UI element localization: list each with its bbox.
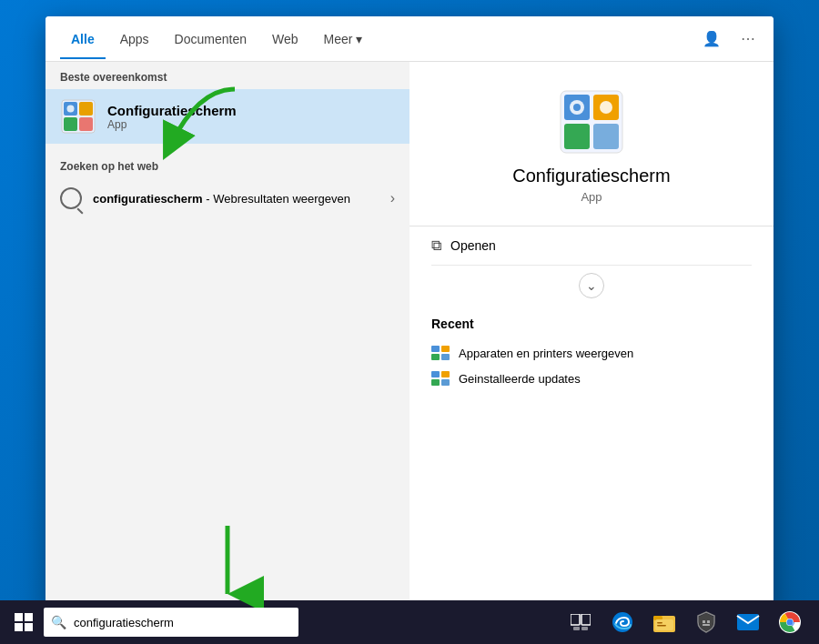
svg-rect-25 xyxy=(25,613,33,621)
best-match-type: App xyxy=(107,118,237,131)
web-search-item[interactable]: configuratiescherm - Webresultaten weerg… xyxy=(46,178,410,218)
best-match-item[interactable]: Configuratiescherm App xyxy=(46,89,410,144)
taskbar-search-input[interactable] xyxy=(74,616,291,629)
security-button[interactable] xyxy=(688,604,724,640)
svg-rect-21 xyxy=(441,379,450,386)
svg-rect-20 xyxy=(431,379,440,386)
recent-item-icon-1 xyxy=(431,371,450,386)
recent-item-icon-0 xyxy=(431,346,450,360)
right-app-name: Configuratiescherm xyxy=(431,166,752,186)
taskbar: 🔍 xyxy=(0,600,819,644)
best-match-header: Beste overeenkomst xyxy=(46,62,410,89)
svg-point-45 xyxy=(787,619,794,626)
best-match-name: Configuratiescherm xyxy=(107,103,237,118)
search-icon xyxy=(60,187,82,209)
open-icon: ⧉ xyxy=(431,237,441,254)
start-button[interactable] xyxy=(4,602,44,642)
tab-apps[interactable]: Apps xyxy=(109,19,160,59)
main-content: Beste overeenkomst Configuratiescherm xyxy=(46,62,774,617)
svg-rect-19 xyxy=(441,371,450,377)
svg-rect-37 xyxy=(657,625,666,627)
recent-item-1[interactable]: Geinstalleerde updates xyxy=(431,366,752,391)
file-explorer-icon xyxy=(653,612,675,632)
svg-rect-40 xyxy=(703,624,710,626)
taskbar-icons xyxy=(555,604,815,640)
right-app-type: App xyxy=(431,190,752,204)
desktop: Alle Apps Documenten Web Meer ▾ 👤 ⋯ Best… xyxy=(0,0,819,644)
svg-rect-13 xyxy=(593,124,619,149)
file-explorer-button[interactable] xyxy=(646,604,682,640)
web-suffix: - Webresultaten weergeven xyxy=(203,192,350,206)
svg-rect-24 xyxy=(15,613,23,621)
web-query: configuratiescherm xyxy=(93,192,203,206)
right-app-icon-container xyxy=(431,89,752,155)
svg-rect-26 xyxy=(15,623,23,631)
svg-rect-28 xyxy=(571,614,580,625)
svg-rect-38 xyxy=(703,620,705,623)
web-section: Zoeken op het web configuratiescherm - W… xyxy=(46,151,410,218)
web-search-text: configuratiescherm - Webresultaten weerg… xyxy=(93,192,390,206)
chrome-icon xyxy=(778,610,802,634)
svg-rect-12 xyxy=(564,124,590,149)
control-panel-icon-large xyxy=(559,89,624,155)
person-icon[interactable]: 👤 xyxy=(699,26,724,51)
recent-item-label-1: Geinstalleerde updates xyxy=(459,372,581,386)
svg-rect-29 xyxy=(581,614,591,625)
web-arrow-icon: › xyxy=(390,190,395,206)
edge-icon xyxy=(611,610,634,634)
recent-item-label-0: Apparaten en printers weergeven xyxy=(459,347,633,360)
svg-rect-5 xyxy=(79,117,93,131)
recent-header: Recent xyxy=(431,317,752,331)
svg-rect-16 xyxy=(431,354,440,360)
chevron-down-icon: ⌄ xyxy=(579,273,604,298)
recent-section: Recent Apparaten en printers weergeven xyxy=(431,317,752,391)
expand-button[interactable]: ⌄ xyxy=(431,266,752,306)
best-match-info: Configuratiescherm App xyxy=(107,103,237,131)
task-view-icon xyxy=(571,614,591,630)
recent-item-0[interactable]: Apparaten en printers weergeven xyxy=(431,340,752,366)
mail-icon xyxy=(736,613,760,631)
svg-point-11 xyxy=(600,101,612,114)
task-view-button[interactable] xyxy=(562,604,599,640)
search-popup: Alle Apps Documenten Web Meer ▾ 👤 ⋯ Best… xyxy=(46,16,774,617)
svg-rect-39 xyxy=(707,620,710,623)
svg-rect-27 xyxy=(25,623,33,631)
edge-browser-button[interactable] xyxy=(604,604,641,640)
more-options-icon[interactable]: ⋯ xyxy=(737,26,759,51)
svg-rect-3 xyxy=(79,102,93,116)
shield-icon xyxy=(696,611,716,633)
right-panel: Configuratiescherm App ⧉ Openen ⌄ Recent xyxy=(410,62,774,617)
chrome-button[interactable] xyxy=(772,604,808,640)
svg-rect-17 xyxy=(441,354,450,360)
web-search-header: Zoeken op het web xyxy=(46,151,410,178)
svg-rect-18 xyxy=(431,371,440,377)
tab-meer[interactable]: Meer ▾ xyxy=(313,19,374,59)
svg-rect-30 xyxy=(573,627,580,630)
open-label: Openen xyxy=(450,238,496,253)
svg-rect-15 xyxy=(441,346,450,352)
control-panel-icon-small xyxy=(60,98,96,135)
left-panel: Beste overeenkomst Configuratiescherm xyxy=(46,62,410,617)
tabs-bar: Alle Apps Documenten Web Meer ▾ 👤 ⋯ xyxy=(46,16,774,62)
svg-point-2 xyxy=(67,106,75,113)
tab-alle[interactable]: Alle xyxy=(60,19,106,59)
svg-rect-36 xyxy=(657,622,662,624)
tab-documenten[interactable]: Documenten xyxy=(164,19,258,59)
svg-rect-31 xyxy=(581,627,588,630)
svg-point-9 xyxy=(573,104,581,111)
mail-button[interactable] xyxy=(730,604,766,640)
open-button[interactable]: ⧉ Openen xyxy=(431,226,752,266)
svg-rect-4 xyxy=(64,117,77,131)
taskbar-search-bar[interactable]: 🔍 xyxy=(44,608,298,637)
tab-web[interactable]: Web xyxy=(261,19,309,59)
taskbar-search-icon: 🔍 xyxy=(51,615,66,629)
svg-rect-14 xyxy=(431,346,440,352)
windows-icon xyxy=(15,613,33,631)
